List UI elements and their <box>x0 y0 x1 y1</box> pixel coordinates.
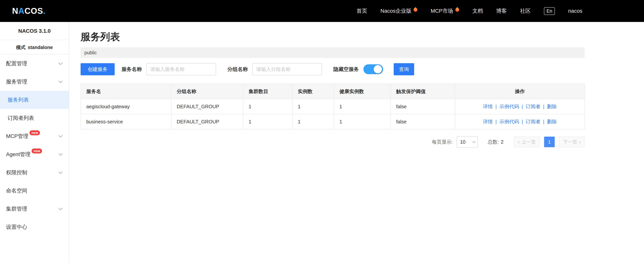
hide-empty-service-label: 隐藏空服务 <box>333 66 359 73</box>
logo-accent-letter: A <box>18 6 24 16</box>
username[interactable]: nacos <box>568 8 582 14</box>
nav-mcp-market-label: MCP市场 <box>430 8 453 14</box>
chevron-down-icon <box>58 170 63 174</box>
next-page-button[interactable]: 下一页› <box>559 136 584 147</box>
page-number-1[interactable]: 1 <box>544 136 555 147</box>
sidebar: NACOS 3.1.0 模式standalone 配置管理 服务管理 服务列表 … <box>0 22 69 263</box>
chevron-left-icon: ‹ <box>518 139 520 144</box>
sidebar-item-label: 命名空间 <box>6 187 27 194</box>
cell-instance-count: 1 <box>292 99 334 114</box>
sidebar-item-permission-control[interactable]: 权限控制 <box>0 164 69 182</box>
sidebar-item-label: 订阅者列表 <box>8 114 34 122</box>
toggle-knob <box>374 65 382 74</box>
group-name-input[interactable] <box>252 63 322 75</box>
action-detail-link[interactable]: 详情 <box>483 104 493 109</box>
action-detail-link[interactable]: 详情 <box>483 119 493 124</box>
sidebar-item-agent-management[interactable]: Agent管理 new <box>0 145 69 164</box>
nav-mcp-market[interactable]: MCP市场 <box>430 8 459 14</box>
sidebar-item-label: 服务管理 <box>6 78 27 85</box>
cell-cluster-count: 1 <box>243 99 292 114</box>
nav-blog[interactable]: 博客 <box>496 8 507 14</box>
cell-cluster-count: 1 <box>243 114 292 129</box>
chevron-down-icon <box>58 206 63 210</box>
col-header-group-name: 分组名称 <box>171 84 243 99</box>
action-separator: | <box>496 104 497 109</box>
service-table: 服务名 分组名称 集群数目 实例数 健康实例数 触发保护阈值 操作 aegisc… <box>80 84 585 130</box>
sidebar-item-service-management[interactable]: 服务管理 <box>0 73 69 91</box>
cell-service-name: aegiscloud-gateway <box>81 99 171 114</box>
logo-text: N <box>12 6 18 16</box>
sidebar-item-cluster-management[interactable]: 集群管理 <box>0 200 69 218</box>
col-header-healthy-instance-count: 健康实例数 <box>334 84 391 99</box>
sidebar-item-mcp-management[interactable]: MCP管理 new <box>0 127 69 145</box>
namespace-bar[interactable]: public <box>80 47 584 58</box>
action-sample-code-link[interactable]: 示例代码 <box>500 119 519 124</box>
sidebar-item-service-list[interactable]: 服务列表 <box>0 91 69 109</box>
total-label: 总数: <box>488 139 499 145</box>
logo-text: COS <box>24 6 43 16</box>
nav-enterprise[interactable]: Nacos企业版 <box>380 8 417 14</box>
fire-icon <box>413 7 418 12</box>
action-subscribers-link[interactable]: 订阅者 <box>526 104 540 109</box>
cell-group-name: DEFAULT_GROUP <box>171 99 243 114</box>
language-toggle-button[interactable]: En <box>544 7 555 15</box>
search-button[interactable]: 查询 <box>394 63 414 75</box>
action-separator: | <box>522 119 523 124</box>
cell-protect-threshold: false <box>391 99 455 114</box>
cell-healthy-instance-count: 1 <box>334 99 391 114</box>
service-toolbar: 创建服务 服务名称 分组名称 隐藏空服务 查询 <box>80 63 584 75</box>
nacos-logo[interactable]: NACOS. <box>12 6 46 16</box>
version-label: NACOS 3.1.0 <box>0 22 69 40</box>
mode-row: 模式standalone <box>0 40 69 54</box>
next-page-label: 下一页 <box>563 139 577 145</box>
nacos-console: NACOS. 首页 Nacos企业版 MCP市场 文档 博客 社区 En nac… <box>0 0 644 263</box>
sidebar-item-label: 集群管理 <box>6 205 27 212</box>
sidebar-item-label: 服务列表 <box>8 96 29 104</box>
sidebar-item-label: 配置管理 <box>6 60 27 67</box>
sidebar-item-config-management[interactable]: 配置管理 <box>0 54 69 73</box>
cell-actions: 详情|示例代码|订阅者|删除 <box>455 99 585 114</box>
table-header-row: 服务名 分组名称 集群数目 实例数 健康实例数 触发保护阈值 操作 <box>81 84 585 99</box>
cell-healthy-instance-count: 1 <box>334 114 391 129</box>
action-separator: | <box>543 119 544 124</box>
nav-docs[interactable]: 文档 <box>472 8 483 14</box>
chevron-down-icon <box>58 152 63 156</box>
page-size-select[interactable]: 10 <box>457 136 478 148</box>
page-size-value: 10 <box>460 139 466 145</box>
service-name-input[interactable] <box>146 63 216 75</box>
sidebar-item-settings-center[interactable]: 设置中心 <box>0 218 69 236</box>
action-delete-link[interactable]: 删除 <box>547 119 557 124</box>
top-navbar: NACOS. 首页 Nacos企业版 MCP市场 文档 博客 社区 En nac… <box>0 0 644 22</box>
navbar-menu: 首页 Nacos企业版 MCP市场 文档 博客 社区 En nacos <box>356 7 582 15</box>
nav-community[interactable]: 社区 <box>520 8 531 14</box>
mode-label: 模式 <box>16 45 26 50</box>
page-title: 服务列表 <box>80 30 584 44</box>
chevron-right-icon: › <box>579 139 581 144</box>
col-header-cluster-count: 集群数目 <box>243 84 292 99</box>
action-separator: | <box>543 104 544 109</box>
create-service-button[interactable]: 创建服务 <box>80 63 115 75</box>
col-header-actions: 操作 <box>455 84 585 99</box>
hide-empty-service-toggle[interactable] <box>364 64 383 74</box>
sidebar-item-label: Agent管理 <box>6 151 30 158</box>
page-size-label: 每页显示: <box>432 139 453 145</box>
nav-home[interactable]: 首页 <box>356 8 367 14</box>
sidebar-item-label: MCP管理 <box>6 133 28 140</box>
sidebar-item-label: 设置中心 <box>6 224 27 231</box>
sidebar-item-subscriber-list[interactable]: 订阅者列表 <box>0 109 69 127</box>
action-subscribers-link[interactable]: 订阅者 <box>526 119 540 124</box>
action-sample-code-link[interactable]: 示例代码 <box>500 104 519 109</box>
prev-page-button[interactable]: ‹上一页 <box>514 136 540 147</box>
namespace-label: public <box>84 50 97 55</box>
prev-page-label: 上一页 <box>522 139 536 145</box>
col-header-protect-threshold: 触发保护阈值 <box>391 84 455 99</box>
col-header-instance-count: 实例数 <box>292 84 334 99</box>
action-delete-link[interactable]: 删除 <box>547 104 557 109</box>
new-badge: new <box>32 148 42 154</box>
cell-protect-threshold: false <box>391 114 455 129</box>
app-body: NACOS 3.1.0 模式standalone 配置管理 服务管理 服务列表 … <box>0 22 644 263</box>
cell-group-name: DEFAULT_GROUP <box>171 114 243 129</box>
sidebar-item-namespace[interactable]: 命名空间 <box>0 182 69 200</box>
nav-enterprise-label: Nacos企业版 <box>380 8 411 14</box>
chevron-down-icon <box>472 140 476 143</box>
